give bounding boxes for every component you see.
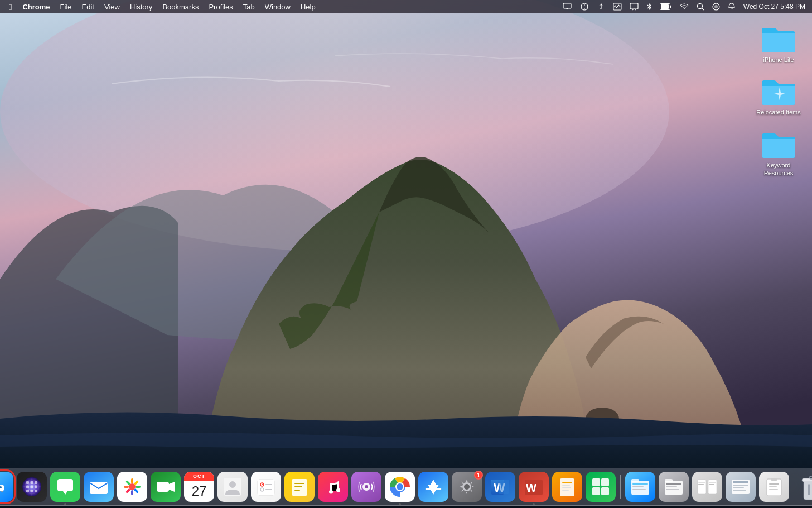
dock-chrome[interactable] [385, 472, 415, 502]
svg-rect-114 [808, 484, 810, 495]
menu-help[interactable]: Help [297, 2, 320, 12]
dock-files3[interactable] [692, 472, 722, 502]
dock-numbers[interactable] [586, 472, 616, 502]
menu-profiles[interactable]: Profiles [205, 2, 236, 12]
airplay-icon[interactable] [560, 2, 574, 12]
svg-rect-85 [631, 481, 649, 495]
desktop-icon-iphone-life[interactable]: iPhone Life [756, 22, 801, 64]
word-icon: W [485, 472, 515, 502]
svg-rect-34 [35, 490, 37, 492]
dock-facetime[interactable] [151, 472, 181, 502]
svg-point-61 [336, 488, 340, 492]
dock-appstore[interactable] [418, 472, 448, 502]
svg-rect-90 [665, 481, 683, 495]
svg-rect-10 [670, 6, 671, 8]
trash-icon [799, 472, 812, 502]
svg-rect-105 [733, 490, 746, 491]
svg-rect-97 [698, 482, 705, 483]
svg-rect-96 [708, 480, 717, 494]
dock-contacts[interactable] [218, 472, 248, 502]
clock[interactable]: Wed Oct 27 5:48 PM [741, 2, 808, 12]
menu-view[interactable]: View [100, 2, 124, 12]
svg-rect-89 [632, 489, 646, 490]
dock-trash[interactable] [799, 472, 812, 502]
activity-icon[interactable] [611, 2, 624, 12]
extension-icon[interactable] [577, 2, 592, 12]
notes-icon [284, 472, 315, 502]
bluetooth-icon[interactable] [644, 2, 654, 12]
menu-edit[interactable]: Edit [78, 2, 98, 12]
desktop-icons: iPhone Life Relocated Items KeywordResou… [756, 22, 801, 177]
appstore-icon [418, 472, 448, 502]
menubar:  Chrome File Edit View History Bookmark… [0, 0, 812, 13]
svg-rect-108 [769, 483, 779, 485]
iphone-life-folder-icon [761, 22, 796, 54]
svg-rect-92 [666, 483, 682, 485]
desktop-icon-relocated-items[interactable]: Relocated Items [756, 75, 801, 116]
svg-rect-110 [769, 489, 778, 490]
dock-calendar[interactable]: OCT 27 [184, 472, 214, 502]
svg-point-63 [365, 485, 368, 488]
dock-pages[interactable] [552, 472, 582, 502]
svg-rect-56 [294, 490, 300, 491]
svg-text:W: W [526, 482, 536, 494]
svg-rect-48 [258, 480, 274, 495]
dock-podcasts[interactable] [351, 472, 381, 502]
search-icon[interactable] [694, 2, 707, 12]
dock-separator [620, 475, 621, 499]
chrome-running-dot [399, 503, 401, 505]
svg-rect-86 [631, 479, 639, 482]
dock-files4[interactable] [726, 472, 756, 502]
svg-rect-84 [601, 487, 609, 495]
menu-history[interactable]: History [126, 2, 156, 12]
apple-menu[interactable]:  [4, 2, 16, 12]
wifi-icon[interactable] [678, 2, 691, 12]
dock-mail[interactable] [84, 472, 114, 502]
svg-point-69 [464, 484, 470, 490]
svg-point-67 [397, 483, 403, 490]
svg-rect-50 [265, 484, 272, 485]
keyword-resources-folder-icon [761, 128, 796, 159]
menu-bookmarks[interactable]: Bookmarks [158, 2, 202, 12]
menu-window[interactable]: Window [261, 2, 294, 12]
dock-launchpad[interactable] [17, 472, 47, 502]
desktop-icon-keyword-resources[interactable]: KeywordResources [756, 128, 801, 178]
menu-file[interactable]: File [56, 2, 76, 12]
dock-container: OCT 27 [0, 468, 812, 508]
svg-rect-27 [31, 481, 33, 484]
menubar-left:  Chrome File Edit View History Bookmark… [4, 2, 320, 12]
app-name[interactable]: Chrome [18, 2, 54, 12]
svg-rect-88 [632, 486, 644, 487]
music-icon [318, 472, 348, 502]
svg-point-14 [714, 5, 718, 8]
menu-tab[interactable]: Tab [239, 2, 259, 12]
wps-icon: W [519, 472, 549, 502]
podcasts-icon [351, 472, 381, 502]
dock-files5[interactable] [759, 472, 789, 502]
battery-icon[interactable] [658, 2, 674, 11]
dock-messages[interactable] [50, 472, 80, 502]
dock-wps[interactable]: W [519, 472, 549, 502]
svg-rect-103 [733, 485, 748, 486]
dock-notes[interactable] [284, 472, 315, 502]
relocated-items-label: Relocated Items [756, 108, 800, 116]
display-icon[interactable] [627, 2, 641, 12]
siri-icon[interactable] [710, 2, 722, 12]
svg-rect-109 [769, 486, 777, 487]
svg-rect-104 [733, 487, 744, 488]
notification-icon[interactable] [726, 2, 738, 12]
dock-music[interactable] [318, 472, 348, 502]
accessibility-icon[interactable] [595, 2, 607, 12]
dock-reminders[interactable] [251, 472, 281, 502]
dock-files1[interactable] [625, 472, 655, 502]
dock-sysprefs[interactable]: 1 [452, 472, 482, 502]
messages-icon [50, 472, 80, 502]
svg-rect-102 [733, 481, 748, 483]
dock-photos[interactable] [117, 472, 147, 502]
svg-rect-94 [666, 489, 679, 490]
svg-rect-8 [630, 3, 638, 9]
dock-word[interactable]: W [485, 472, 515, 502]
dock-files2[interactable] [659, 472, 689, 502]
dock-finder[interactable] [0, 472, 13, 502]
messages-running-dot [64, 503, 66, 505]
